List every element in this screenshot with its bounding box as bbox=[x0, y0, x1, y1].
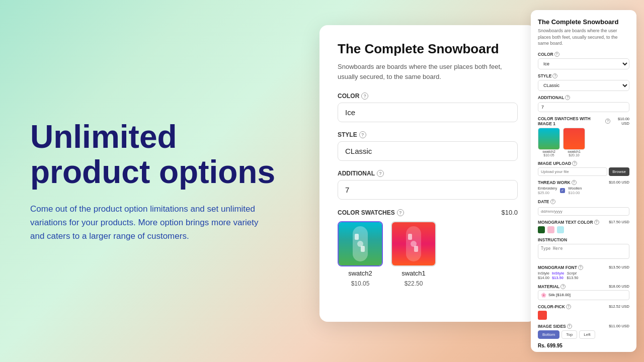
svg-rect-1 bbox=[355, 234, 359, 240]
swatch-image-2[interactable] bbox=[338, 221, 383, 266]
silk-icon: 🌸 bbox=[541, 293, 546, 298]
swatch-item-2[interactable]: swatch1 $22.50 bbox=[391, 221, 436, 287]
rp-font-price: $13.50 USD bbox=[609, 265, 629, 269]
rp-monogram-label: MONOGRAM TEXT COLOR ? bbox=[538, 220, 599, 225]
rp-upload-input[interactable] bbox=[538, 167, 607, 176]
rp-thread-option1: Embroidery $25.00 bbox=[538, 186, 557, 195]
additional-help-icon: ? bbox=[377, 170, 384, 177]
swatch-item-1[interactable]: swatch2 $10.05 bbox=[338, 221, 383, 287]
hero-title: Unlimited product options bbox=[30, 119, 292, 190]
rp-font-3[interactable]: Script $13.50 bbox=[567, 271, 579, 280]
svg-point-3 bbox=[357, 241, 363, 247]
additional-input[interactable] bbox=[338, 180, 518, 200]
style-help-icon: ? bbox=[359, 131, 366, 138]
side-top-button[interactable]: Top bbox=[561, 330, 577, 339]
rp-color-section: COLOR ? Ice bbox=[538, 52, 629, 73]
swatch-2-name: swatch2 bbox=[348, 269, 372, 277]
rp-product-desc: Snowboards are boards where the user pla… bbox=[538, 28, 629, 47]
rp-upload-help-icon: ? bbox=[572, 161, 577, 166]
rp-image-sides-help-icon: ? bbox=[567, 324, 572, 329]
rp-swatch-1-price: $20.10 bbox=[569, 153, 579, 157]
rp-upload-label: IMAGE UPLOAD ? bbox=[538, 161, 629, 166]
rp-material-select[interactable]: 🌸 Silk [$18.00] bbox=[538, 290, 629, 300]
rp-upload-section: IMAGE UPLOAD ? Browse bbox=[538, 161, 629, 180]
rp-material-price: $18.00 USD bbox=[609, 284, 629, 289]
rp-thread-label: THREAD WORK ? bbox=[538, 180, 577, 185]
style-input[interactable] bbox=[338, 141, 518, 161]
color-pick-red-swatch[interactable] bbox=[538, 311, 547, 320]
rp-swatch-2[interactable] bbox=[538, 128, 560, 150]
rp-style-help-icon: ? bbox=[552, 73, 557, 78]
swatch-image-1[interactable] bbox=[391, 221, 436, 266]
color-dot-green[interactable] bbox=[538, 226, 545, 233]
rp-swatch-2-name: swatch2 bbox=[542, 150, 555, 153]
swatches-help-icon: ? bbox=[397, 209, 404, 216]
style-label: STYLE ? bbox=[338, 131, 518, 138]
swatch-1-name: swatch1 bbox=[401, 269, 426, 277]
rp-font-row: InStyle $14.00 InStyle $13.50 Script $13… bbox=[538, 271, 629, 280]
swatches-label: COLOR SWATCHES ? bbox=[338, 209, 404, 216]
rp-date-section: DATE ? bbox=[538, 199, 629, 220]
rp-material-help-icon: ? bbox=[560, 284, 566, 289]
rp-color-help-icon: ? bbox=[554, 52, 559, 57]
rp-swatch-item-1[interactable]: swatch1 $20.10 bbox=[563, 128, 585, 157]
rp-color-pick-label: COLOR-PICK ? bbox=[538, 304, 571, 309]
color-dot-pink[interactable] bbox=[547, 226, 554, 233]
rp-image-sides-section: IMAGE SIDES ? $11.00 USD Bottom Top Left bbox=[538, 324, 629, 343]
rp-swatches-label: COLOR SWATCHES WITH IMAGE 1 ? bbox=[538, 116, 610, 126]
rp-upload-row: Browse bbox=[538, 167, 629, 176]
hero-section: Unlimited product options Come out of th… bbox=[30, 119, 292, 243]
rp-monogram-section: MONOGRAM TEXT COLOR ? $17.50 USD bbox=[538, 220, 629, 237]
rp-instruction-textarea[interactable] bbox=[538, 244, 629, 259]
side-bottom-button[interactable]: Bottom bbox=[538, 330, 559, 339]
rp-style-label: STYLE ? bbox=[538, 73, 629, 78]
svg-rect-6 bbox=[414, 246, 418, 252]
rp-monogram-help-icon: ? bbox=[594, 220, 599, 225]
rp-material-section: MATERIAL ? $18.00 USD 🌸 Silk [$18.00] bbox=[538, 284, 629, 304]
swatches-header: COLOR SWATCHES ? $10.0 bbox=[338, 209, 518, 216]
rp-additional-section: ADDITIONAL ? bbox=[538, 95, 629, 116]
color-dot-teal[interactable] bbox=[557, 226, 564, 233]
rp-style-section: STYLE ? CLassic bbox=[538, 73, 629, 95]
rp-font-2[interactable]: InStyle $13.50 bbox=[552, 271, 565, 280]
svg-rect-2 bbox=[361, 246, 365, 252]
rp-instruction-label: INSTRUCTION bbox=[538, 237, 629, 242]
swatches-row: swatch2 $10.05 swatch1 $22.50 bbox=[338, 221, 518, 287]
rp-material-value: Silk [$18.00] bbox=[548, 293, 571, 297]
rp-thread-row: Embroidery $25.00 ✓ Woollen $10.00 bbox=[538, 186, 629, 195]
rp-swatch-item-2[interactable]: swatch2 $10.05 bbox=[538, 128, 560, 157]
swatches-price: $10.0 bbox=[501, 209, 518, 216]
rp-font-section: MONOGRAM FONT ? $13.50 USD InStyle $14.0… bbox=[538, 265, 629, 284]
rp-browse-button[interactable]: Browse bbox=[609, 167, 629, 176]
rp-thread-price: $10.00 USD bbox=[609, 180, 629, 185]
rp-image-sides-buttons: Bottom Top Left bbox=[538, 330, 629, 339]
color-input[interactable] bbox=[338, 103, 518, 122]
rp-date-help-icon: ? bbox=[550, 199, 555, 204]
rp-font-1[interactable]: InStyle $14.00 bbox=[538, 271, 549, 280]
rp-swatch-1[interactable] bbox=[563, 128, 585, 150]
rp-color-pick-section: COLOR-PICK ? $12.52 USD bbox=[538, 304, 629, 324]
rp-thread-checkbox[interactable]: ✓ bbox=[560, 188, 565, 193]
rp-swatches-section: COLOR SWATCHES WITH IMAGE 1 ? $10.00 USD… bbox=[538, 116, 629, 161]
rp-color-select[interactable]: Ice bbox=[538, 58, 629, 69]
svg-point-7 bbox=[411, 241, 417, 247]
product-description: Snowboards are boards where the user pla… bbox=[338, 62, 518, 81]
rp-swatch-1-name: swatch1 bbox=[568, 150, 581, 153]
rp-date-input[interactable] bbox=[538, 207, 629, 216]
rp-color-dots bbox=[538, 226, 629, 233]
rp-product-title: The Complete Snowboard bbox=[538, 18, 629, 26]
snowboard-svg-2 bbox=[348, 224, 373, 264]
swatch-1-price: $22.50 bbox=[405, 280, 423, 287]
side-left-button[interactable]: Left bbox=[579, 330, 595, 339]
rp-additional-input[interactable] bbox=[538, 102, 629, 112]
rp-swatches-help-icon: ? bbox=[605, 119, 610, 124]
rp-image-sides-price: $11.00 USD bbox=[609, 324, 629, 328]
rp-style-select[interactable]: CLassic bbox=[538, 80, 629, 91]
additional-label: ADDITIONAL ? bbox=[338, 170, 518, 177]
svg-rect-5 bbox=[408, 234, 412, 240]
rp-font-help-icon: ? bbox=[578, 265, 583, 270]
product-card: The Complete Snowboard Snowboards are bo… bbox=[319, 25, 536, 322]
rp-thread-help-icon: ? bbox=[572, 180, 577, 185]
rp-thread-option2: Woollen $10.00 bbox=[568, 186, 582, 195]
rp-thread-section: THREAD WORK ? $10.00 USD Embroidery $25.… bbox=[538, 180, 629, 199]
